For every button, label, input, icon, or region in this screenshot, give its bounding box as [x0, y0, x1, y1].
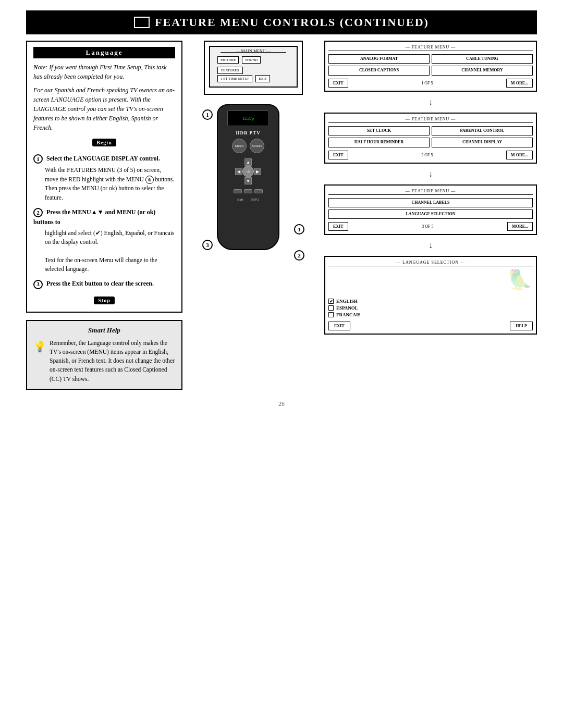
francais-checkbox[interactable] — [328, 312, 334, 317]
francais-label: FRANCAIS — [336, 312, 361, 317]
remote-top-buttons: Menu Source — [232, 139, 264, 153]
feature-menu-2-grid: SET CLOCK PARENTAL CONTROL HALF HOUR REM… — [328, 126, 533, 147]
step-3: 3 Press the Exit button to clear the scr… — [33, 279, 175, 289]
feature-menu-3-more[interactable]: MORE... — [507, 222, 533, 231]
lang-exit-btn[interactable]: EXIT — [328, 322, 350, 330]
lang-select-title: — LANGUAGE SELECTION — — [328, 260, 533, 266]
source-btn-label: Source — [252, 144, 262, 148]
step-indicator-1b: 1 — [294, 224, 304, 235]
english-checkbox[interactable]: ✔ — [328, 299, 334, 304]
parental-control-btn[interactable]: PARENTAL CONTROL — [432, 126, 533, 135]
small-btn-3[interactable] — [254, 189, 263, 193]
begin-badge: Begin — [92, 139, 116, 146]
center-panel: — MAIN MENU — PICTURE SOUND FEATURES 1 S… — [191, 41, 316, 266]
arrow-2: ↓ — [324, 170, 537, 178]
feature-menu-3-exit[interactable]: EXIT — [328, 222, 348, 231]
feature-menu-2-page: 2 OF 5 — [421, 153, 433, 157]
nav-down[interactable]: ▼ — [244, 177, 252, 184]
sound-btn: SOUND — [242, 56, 261, 64]
remote-body: 12:37p HDR PTV Menu Source — [217, 104, 279, 250]
remote-wrapper: 1 3 1 2 12:37p HDR PTV Menu — [201, 99, 305, 266]
feature-menu-3-exit-row: EXIT 3 OF 5 MORE... — [328, 222, 533, 231]
lang-help-btn[interactable]: HELP — [510, 322, 533, 330]
step-2-title: Press the MENU▲▼ and MENU (or ok) button… — [33, 208, 155, 226]
set-clock-btn[interactable]: SET CLOCK — [328, 126, 430, 135]
exit-label: Exit — [237, 198, 243, 202]
nav-left[interactable]: ◀ — [235, 168, 242, 175]
feature-menu-2-more[interactable]: M ORE... — [506, 151, 533, 159]
tv-screen: — MAIN MENU — PICTURE SOUND FEATURES 1 S… — [209, 46, 298, 88]
feature-menu-3-page: 3 OF 5 — [422, 224, 433, 229]
features-btn: FEATURES — [217, 67, 243, 74]
half-hour-btn[interactable]: HALF HOUR REMINDER — [328, 138, 430, 147]
language-title: Language — [33, 47, 175, 58]
feature-menu-1-more[interactable]: M ORE... — [506, 79, 533, 88]
small-btn-2[interactable] — [244, 189, 252, 193]
feature-menu-1-grid: ANALOG FORMAT CABLE TUNING CLOSED CAPTIO… — [328, 54, 533, 76]
small-btn-1[interactable] — [234, 189, 242, 193]
step-indicator-2: 2 — [294, 250, 304, 261]
stop-badge: Stop — [94, 297, 114, 304]
english-option: ✔ ENGLISH — [328, 299, 533, 304]
feature-menu-2-exit-row: EXIT 2 OF 5 M ORE... — [328, 151, 533, 159]
lang-exit-row: EXIT HELP — [328, 322, 533, 330]
channel-memory-btn[interactable]: CHANNEL MEMORY — [432, 66, 533, 75]
step-1-num: 1 — [33, 154, 43, 164]
closed-captions-btn[interactable]: CLOSED CAPTIONS — [328, 66, 430, 75]
language-section: Language Note: If you went through First… — [26, 41, 182, 313]
source-circle-btn[interactable]: Source — [250, 139, 264, 153]
remote-screen-text: 12:37p — [242, 116, 254, 121]
nav-up[interactable]: ▲ — [244, 158, 252, 166]
remote-brand: HDR PTV — [236, 130, 260, 135]
page-title: Feature Menu Controls (Continued) — [155, 16, 429, 29]
remote-screen: 12:37p — [227, 110, 269, 126]
tv-mockup: — MAIN MENU — PICTURE SOUND FEATURES 1 S… — [204, 41, 303, 95]
step-1: 1 Select the LANGUAGE DISPLAY control. W… — [33, 154, 175, 202]
step-3-num: 3 — [33, 280, 43, 289]
feature-menu-3: — FEATURE MENU — CHANNEL LABELS LANGUAGE… — [324, 184, 537, 236]
page-number: 26 — [26, 400, 537, 408]
left-panel: Language Note: If you went through First… — [26, 41, 182, 390]
arrow-3: ↓ — [324, 241, 537, 250]
feature-menu-1-exit[interactable]: EXIT — [328, 79, 348, 88]
espanol-checkbox[interactable] — [328, 305, 334, 311]
note-language: For our Spanish and French speaking TV o… — [33, 85, 175, 132]
francais-option: FRANCAIS — [328, 312, 533, 317]
channel-labels-btn[interactable]: CHANNEL LABELS — [328, 198, 533, 207]
channel-display-btn[interactable]: CHANNEL DISPLAY — [432, 138, 533, 147]
arrow-1: ↓ — [324, 98, 537, 106]
smart-help-title: Smart Help — [33, 326, 175, 335]
analog-format-btn[interactable]: ANALOG FORMAT — [328, 54, 430, 64]
feature-menu-3-title: — FEATURE MENU — — [328, 189, 533, 195]
step-indicator-1a: 1 — [202, 109, 213, 120]
main-menu-label: — MAIN MENU — — [236, 49, 271, 54]
menu-line — [221, 52, 286, 53]
nav-cluster: ▲ ▼ ◀ ▶ ok — [235, 158, 261, 184]
nav-ok[interactable]: ok — [242, 166, 254, 177]
note-first-time: Note: If you went through First Time Set… — [33, 63, 175, 81]
feature-menu-2-exit[interactable]: EXIT — [328, 151, 348, 159]
language-selection-btn[interactable]: LANGUAGE SELECTION — [328, 209, 533, 219]
remote-small-buttons — [234, 189, 263, 193]
page-header: Feature Menu Controls (Continued) — [26, 10, 537, 34]
feature-menu-2-title: — FEATURE MENU — — [328, 117, 533, 123]
step-2-num: 2 — [33, 208, 43, 217]
feature-menu-1-exit-row: EXIT 1 OF 5 M ORE... — [328, 79, 533, 88]
menu-btn-label: Menu — [235, 144, 243, 148]
espanol-option: ESPANOL — [328, 305, 533, 311]
english-label: ENGLISH — [336, 299, 358, 304]
step-2-body: highlight and select (✔) English, Españo… — [45, 229, 175, 274]
step-2: 2 Press the MENU▲▼ and MENU (or ok) butt… — [33, 207, 175, 274]
cable-tuning-btn[interactable]: CABLE TUNING — [432, 54, 533, 64]
header-box — [134, 17, 150, 28]
smart-help-body: 💡 Remember, the Language control only ma… — [33, 339, 175, 384]
step-1-body: With the FEATURES MENU (3 of 5) on scree… — [45, 166, 175, 202]
step-1-title: Select the LANGUAGE DISPLAY control. — [46, 155, 160, 162]
feature-menu-1-title: — FEATURE MENU — — [328, 45, 533, 51]
bottom-btns: 1 ST TIME SETUP EXIT — [217, 75, 270, 82]
menu-circle-btn[interactable]: Menu — [232, 139, 247, 153]
info-label: INFO — [251, 198, 259, 202]
menu-icon: ⊕ — [145, 176, 154, 184]
nav-right[interactable]: ▶ — [254, 168, 261, 175]
picture-btn: PICTURE — [217, 56, 239, 64]
